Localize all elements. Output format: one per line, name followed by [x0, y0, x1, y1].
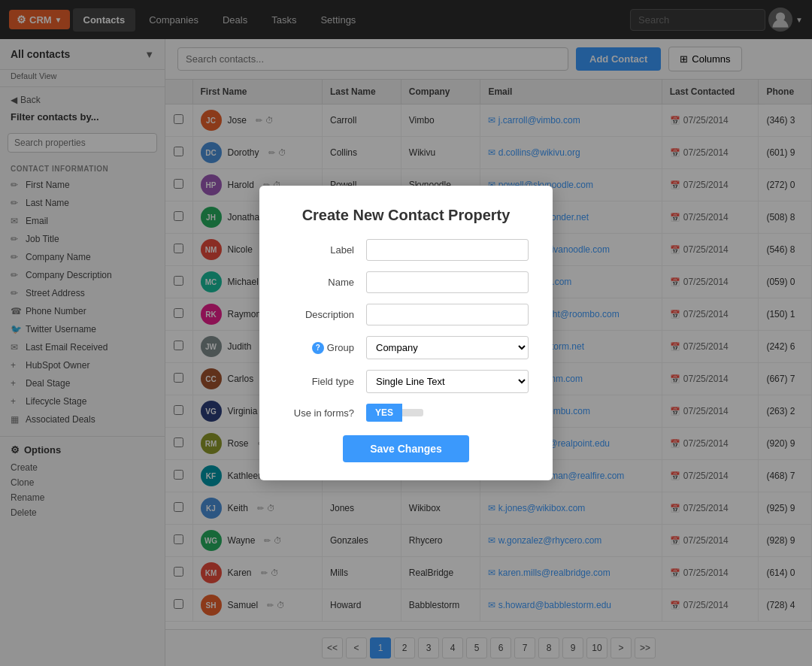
modal-description-label: Description	[283, 309, 366, 320]
modal-group-label: ? Group	[283, 342, 366, 354]
modal-fieldtype-select[interactable]: Single Line Text Multi-line Text Dropdow…	[366, 370, 529, 393]
modal-fieldtype-label: Field type	[283, 376, 366, 387]
modal-useforms-label: Use in forms?	[283, 407, 366, 419]
modal-create-property: Create New Contact Property Label Name D…	[259, 186, 553, 480]
modal-useforms-row: Use in forms? YES	[283, 404, 529, 422]
modal-fieldtype-row: Field type Single Line Text Multi-line T…	[283, 370, 529, 393]
modal-group-select[interactable]: Company Contact Information Deal Ticket	[366, 336, 529, 359]
group-help-icon[interactable]: ?	[312, 342, 324, 354]
modal-description-input[interactable]	[366, 304, 529, 325]
toggle-no-btn[interactable]	[402, 409, 423, 416]
save-changes-button[interactable]: Save Changes	[343, 435, 469, 462]
modal-description-row: Description	[283, 304, 529, 325]
toggle-yes-btn[interactable]: YES	[366, 404, 402, 422]
modal-group-row: ? Group Company Contact Information Deal…	[283, 336, 529, 359]
modal-name-input[interactable]	[366, 271, 529, 293]
modal-name-label: Name	[283, 277, 366, 288]
modal-title: Create New Contact Property	[283, 207, 529, 224]
modal-overlay[interactable]: Create New Contact Property Label Name D…	[0, 0, 812, 666]
modal-toggle: YES	[366, 404, 423, 422]
modal-label-label: Label	[283, 244, 366, 256]
modal-label-input[interactable]	[366, 239, 529, 261]
modal-name-row: Name	[283, 271, 529, 293]
modal-label-row: Label	[283, 239, 529, 261]
